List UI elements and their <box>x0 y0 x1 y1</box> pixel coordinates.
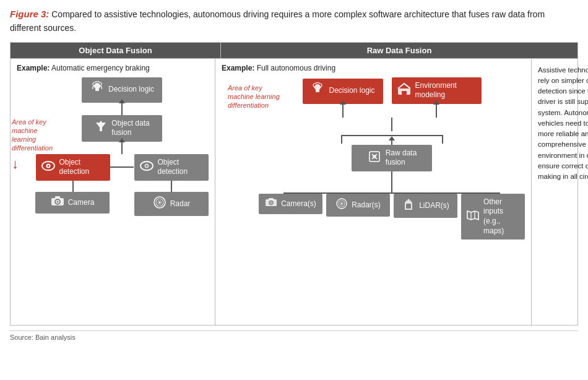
right-raw-data-fusion-label: Raw datafusion <box>386 149 417 168</box>
caption-text: Compared to assistive technologies, auto… <box>10 9 545 33</box>
filter-icon <box>94 120 108 137</box>
left-decision-logic-label: Decision logic <box>108 85 154 95</box>
fusion-icon <box>367 149 382 167</box>
right-environment-modeling-label: Environment modeling <box>415 81 477 100</box>
eye-gray-icon <box>139 161 154 174</box>
svg-rect-33 <box>406 204 411 209</box>
figure-caption: Figure 3: Compared to assistive technolo… <box>10 7 578 35</box>
svg-rect-19 <box>316 90 319 92</box>
svg-point-18 <box>314 84 321 90</box>
right-diagram: Example: Full autonomous driving Area of… <box>215 59 531 325</box>
left-radar-box: Radar <box>134 192 209 216</box>
header-right: Raw Data Fusion <box>221 43 577 58</box>
svg-point-23 <box>373 155 376 158</box>
eye-red-icon <box>41 161 56 174</box>
right-radar-label: Radar(s) <box>352 201 381 210</box>
right-decision-logic-label: Decision logic <box>329 86 374 96</box>
left-panel: Example: Automatic emergency braking Are… <box>11 59 215 325</box>
left-object-data-fusion-label: Object datafusion <box>111 119 149 138</box>
left-object-detection-red-box: Object detection <box>36 154 110 181</box>
right-radar-box: Radar(s) <box>326 194 390 217</box>
model-icon <box>397 82 412 99</box>
map-icon <box>466 210 480 224</box>
radar-right-icon <box>335 197 348 213</box>
source-note: Source: Bain analysis <box>10 330 578 341</box>
right-cameras-label: Camera(s) <box>281 199 316 209</box>
svg-rect-21 <box>402 91 407 95</box>
svg-point-12 <box>56 201 58 202</box>
camera-icon <box>51 196 64 210</box>
info-text: Assistive technologies can rely on simpl… <box>538 65 588 183</box>
left-object-detection-red-label: Object detection <box>59 158 105 177</box>
main-content: Example: Automatic emergency braking Are… <box>11 59 577 325</box>
svg-point-0 <box>94 83 100 89</box>
brain-icon <box>90 81 105 99</box>
header-left: Object Data Fusion <box>11 43 221 58</box>
left-object-detection-gray-label: Object detection <box>158 158 204 177</box>
right-other-label: Other inputs(e.g., maps) <box>483 197 520 236</box>
right-camera-box: Camera(s) <box>259 194 322 214</box>
right-example-label: Example: Full autonomous driving <box>222 64 525 72</box>
svg-point-26 <box>270 202 272 203</box>
figure-label: Figure 3: <box>10 9 49 19</box>
left-example-label: Example: Automatic emergency braking <box>17 64 209 72</box>
left-camera-box: Camera <box>35 192 110 214</box>
radar-icon <box>153 196 166 212</box>
right-raw-data-fusion-box: Raw datafusion <box>352 145 432 171</box>
svg-point-6 <box>47 165 49 166</box>
right-annotation: Area of key machine learning differentia… <box>228 84 290 110</box>
svg-rect-27 <box>269 198 274 200</box>
info-box: Assistive technologies can rely on simpl… <box>531 59 588 325</box>
lidar-icon <box>402 197 415 214</box>
left-object-detection-gray-box: Object detection <box>134 154 209 181</box>
svg-point-17 <box>158 201 160 203</box>
right-lidar-box: LiDAR(s) <box>394 194 457 218</box>
left-radar-label: Radar <box>170 199 191 209</box>
svg-rect-1 <box>95 89 99 91</box>
left-camera-label: Camera <box>68 198 95 208</box>
header-row: Object Data Fusion Raw Data Fusion <box>11 43 577 59</box>
svg-point-3 <box>100 121 102 123</box>
right-lidar-label: LiDAR(s) <box>419 201 449 211</box>
right-other-box: Other inputs(e.g., maps) <box>461 194 525 240</box>
brain-red-icon <box>310 82 325 100</box>
svg-point-9 <box>145 165 147 166</box>
right-panel: Example: Full autonomous driving Area of… <box>215 59 588 325</box>
camera-right-icon <box>265 197 277 210</box>
svg-marker-37 <box>467 211 478 220</box>
svg-point-31 <box>341 203 342 204</box>
svg-rect-13 <box>55 196 60 199</box>
svg-marker-2 <box>96 123 106 131</box>
diagram-container: Object Data Fusion Raw Data Fusion Examp… <box>10 42 578 326</box>
